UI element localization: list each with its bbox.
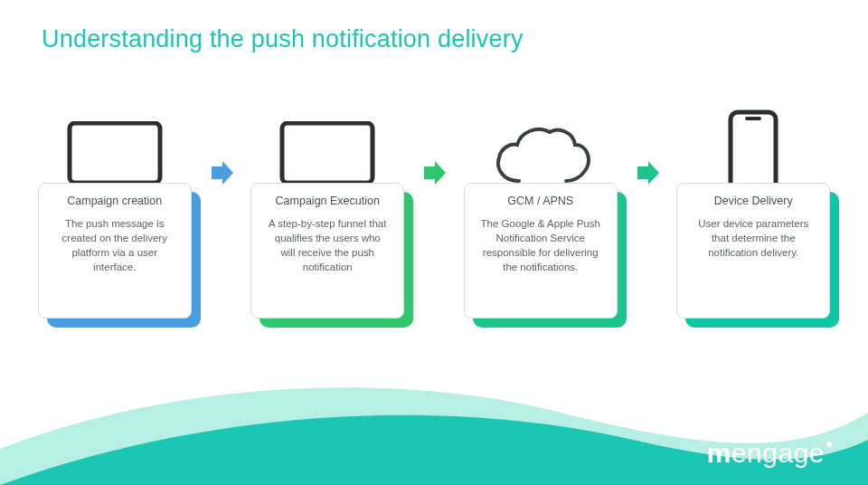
brand-logo: mengage (707, 438, 832, 469)
card: GCM / APNS The Google & Apple Push Notif… (464, 183, 618, 319)
card: Campaign Execution A step-by-step funnel… (250, 183, 404, 319)
card-title: GCM / APNS (507, 195, 573, 207)
card-title: Device Delivery (714, 195, 793, 207)
card-desc: A step-by-step funnel that qualifies the… (262, 216, 392, 274)
svg-marker-3 (212, 161, 233, 185)
svg-rect-10 (745, 117, 761, 120)
arrow-icon (419, 159, 449, 186)
brand-part-1: m (707, 438, 731, 469)
step-gcm-apns: GCM / APNS The Google & Apple Push Notif… (449, 116, 632, 319)
slide-title: Understanding the push notification deli… (42, 25, 524, 53)
step-campaign-execution: Campaign Execution A step-by-step funnel… (237, 116, 420, 319)
svg-rect-5 (288, 129, 366, 176)
brand-dot-icon (826, 442, 832, 447)
brand-part-2: engage (731, 438, 825, 469)
flow-diagram: Campaign creation The push message is cr… (24, 116, 844, 351)
card-desc: User device parameters that determine th… (688, 216, 818, 260)
svg-rect-9 (731, 112, 776, 192)
arrow-icon (632, 159, 663, 186)
card-desc: The Google & Apple Push Notification Ser… (476, 216, 606, 274)
svg-marker-8 (637, 161, 659, 185)
arrow-icon (206, 159, 237, 186)
card: Campaign creation The push message is cr… (38, 183, 192, 319)
card-title: Campaign Execution (276, 195, 380, 207)
slide: Understanding the push notification deli… (0, 0, 868, 485)
card: Device Delivery User device parameters t… (676, 183, 830, 319)
card-desc: The push message is created on the deliv… (50, 216, 180, 274)
step-campaign-creation: Campaign creation The push message is cr… (24, 116, 206, 319)
svg-rect-1 (76, 129, 154, 176)
svg-marker-7 (424, 161, 446, 185)
card-title: Campaign creation (67, 195, 162, 207)
step-device-delivery: Device Delivery User device parameters t… (663, 116, 845, 319)
